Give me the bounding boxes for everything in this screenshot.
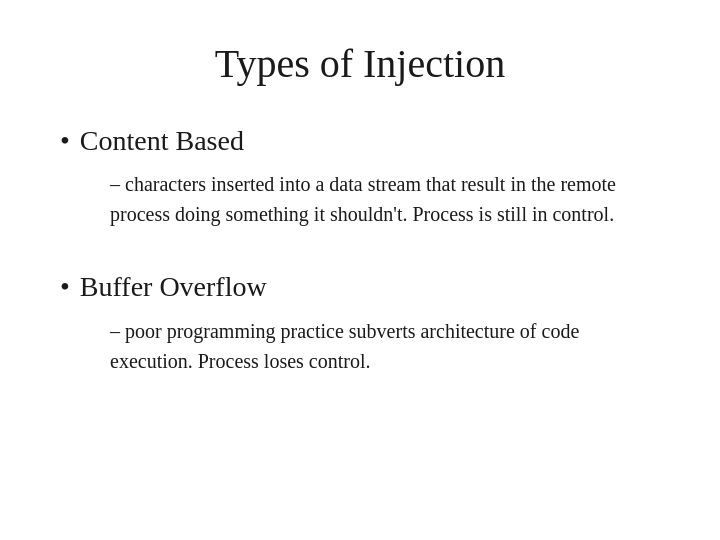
bullet-main-buffer-overflow: • Buffer Overflow: [60, 269, 660, 305]
sub-text-buffer-overflow: – poor programming practice subverts arc…: [110, 316, 660, 376]
bullet-label-content-based: Content Based: [80, 123, 244, 159]
slide-title: Types of Injection: [60, 40, 660, 87]
sub-bullet-content-based: – characters inserted into a data stream…: [60, 169, 660, 229]
bullet-dot-1: •: [60, 123, 70, 159]
bullet-label-buffer-overflow: Buffer Overflow: [80, 269, 267, 305]
spacer-1: [60, 241, 660, 257]
sub-bullet-buffer-overflow: – poor programming practice subverts arc…: [60, 316, 660, 376]
bullet-main-content-based: • Content Based: [60, 123, 660, 159]
sub-text-content-based: – characters inserted into a data stream…: [110, 169, 660, 229]
bullet-dot-2: •: [60, 269, 70, 305]
content-area: • Content Based – characters inserted in…: [60, 123, 660, 376]
bullet-item-content-based: • Content Based – characters inserted in…: [60, 123, 660, 229]
slide: Types of Injection • Content Based – cha…: [0, 0, 720, 540]
bullet-item-buffer-overflow: • Buffer Overflow – poor programming pra…: [60, 269, 660, 375]
